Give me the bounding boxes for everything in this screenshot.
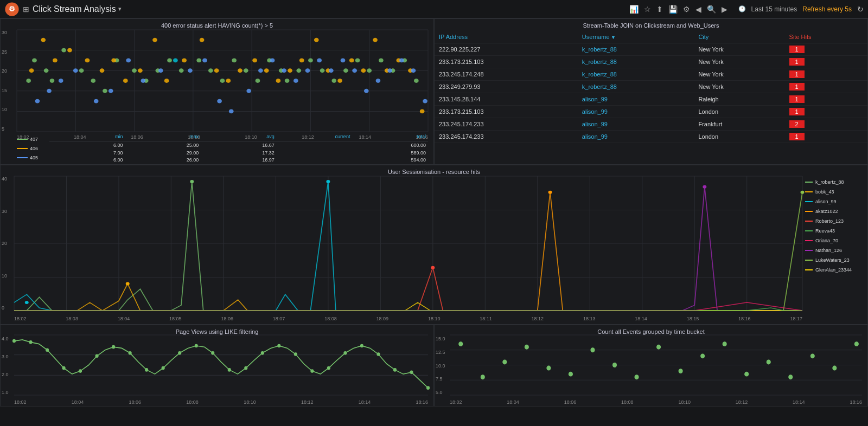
svg-point-158: [244, 366, 247, 370]
svg-point-20: [61, 48, 66, 53]
svg-point-192: [832, 366, 837, 371]
cell-hits: 2: [785, 118, 867, 131]
svg-point-165: [360, 344, 363, 348]
svg-point-181: [590, 347, 595, 352]
svg-point-104: [352, 68, 357, 73]
svg-point-98: [282, 68, 286, 73]
svg-point-41: [320, 68, 325, 73]
pageviews-chart: [14, 335, 428, 395]
cell-city: Raleigh: [694, 93, 784, 106]
save-icon[interactable]: 💾: [668, 5, 678, 14]
svg-point-185: [679, 369, 683, 373]
svg-point-63: [214, 68, 219, 73]
col-city[interactable]: City: [694, 31, 784, 43]
title-dropdown-icon[interactable]: ▾: [118, 5, 122, 12]
table-row: 233.173.215.103 alison_99 London 1: [435, 106, 867, 118]
cell-city: London: [694, 131, 784, 143]
grafana-logo: ⚙: [4, 2, 20, 17]
svg-point-73: [337, 79, 342, 83]
dashboard-title: Click Stream Analysis: [33, 4, 116, 14]
svg-point-159: [261, 351, 264, 355]
svg-point-184: [656, 345, 661, 350]
line-x-axis: 18:02 18:03 18:04 18:05 18:06 18:07 18:0…: [14, 316, 802, 321]
svg-point-160: [277, 344, 280, 348]
legend-nathan: Nathan_126: [805, 246, 865, 255]
refresh-interval-label[interactable]: Refresh every 5s: [802, 5, 852, 13]
col-username[interactable]: Username: [578, 31, 694, 43]
nav-forward-icon[interactable]: ▶: [722, 5, 727, 14]
svg-point-65: [238, 68, 242, 73]
svg-point-189: [767, 360, 771, 365]
svg-point-146: [46, 348, 49, 352]
col-ip[interactable]: IP Address: [435, 31, 578, 43]
settings-icon[interactable]: ⚙: [683, 5, 690, 14]
svg-point-46: [379, 58, 384, 62]
svg-point-155: [195, 344, 198, 348]
col-hits[interactable]: Site Hits: [785, 31, 867, 43]
svg-point-75: [361, 68, 366, 73]
legend-bobk: bobk_43: [805, 187, 865, 197]
svg-point-62: [200, 38, 205, 42]
table-row: 222.90.225.227 k_robertz_88 New York 1: [435, 43, 867, 56]
cell-hits: 1: [785, 43, 867, 56]
panel-scatter-title: 400 error status alert HAVING count(*) >…: [1, 19, 433, 30]
events-y-axis: 15.0 12.5 10.0 7.5 5.0: [436, 336, 445, 395]
svg-point-90: [173, 58, 178, 62]
pageviews-x-axis: 18:02 18:04 18:06 18:08 18:10 18:12 18:1…: [14, 399, 428, 405]
search-time-icon[interactable]: 🔍: [707, 5, 716, 14]
svg-point-60: [164, 79, 169, 83]
table-row: 233.245.174.233 alison_99 London 1: [435, 131, 867, 143]
cell-hits: 1: [785, 93, 867, 106]
svg-point-190: [788, 375, 793, 379]
svg-point-107: [387, 68, 392, 73]
chart-icon[interactable]: 📊: [629, 5, 639, 14]
cell-ip: 233.173.215.103: [435, 106, 578, 118]
svg-point-87: [126, 58, 131, 62]
legend-reeva: Reeva43: [805, 226, 865, 236]
pageviews-y-axis: 4.0 3.0 2.0 1.0: [2, 336, 9, 395]
svg-point-52: [53, 58, 58, 62]
svg-point-147: [62, 366, 66, 370]
legend-luke: LukeWaters_23: [805, 255, 865, 265]
panel-pageviews-title: Page Views using LIKE filtering: [1, 325, 433, 336]
svg-point-94: [229, 109, 234, 113]
reload-icon[interactable]: ↻: [857, 5, 864, 14]
stream-table: IP Address Username City Site Hits 222.9…: [435, 31, 867, 164]
svg-point-40: [308, 58, 313, 62]
panel-table-title: Stream-Table JOIN on Clickstream and Web…: [435, 19, 867, 30]
svg-point-148: [79, 369, 82, 373]
table-row: 233.145.28.144 alison_99 Raleigh 1: [435, 93, 867, 106]
svg-point-164: [343, 351, 347, 355]
svg-point-80: [420, 109, 425, 113]
svg-point-67: [264, 68, 269, 73]
svg-point-109: [411, 68, 416, 73]
svg-point-193: [854, 341, 859, 346]
legend-k-robertz: k_robertz_88: [805, 177, 865, 187]
legend-406: 406: [17, 146, 39, 151]
panel-pageviews: Page Views using LIKE filtering 4.0 3.0 …: [0, 325, 434, 406]
svg-point-88: [141, 79, 145, 83]
share-icon[interactable]: ⬆: [656, 5, 663, 14]
svg-point-18: [44, 68, 49, 73]
legend-oriana: Oriana_70: [805, 236, 865, 246]
time-range-label[interactable]: Last 15 minutes: [751, 5, 797, 13]
cell-username: k_robertz_88: [578, 68, 694, 81]
svg-point-45: [367, 68, 372, 73]
table-row: 233.245.174.233 alison_99 Frankfurt 2: [435, 118, 867, 131]
star-icon[interactable]: ☆: [644, 5, 651, 14]
svg-point-169: [426, 386, 430, 390]
cell-city: New York: [694, 43, 784, 56]
svg-point-176: [481, 375, 485, 379]
cell-city: London: [694, 106, 784, 118]
cell-ip: 233.245.174.233: [435, 131, 578, 143]
cell-city: Frankfurt: [694, 118, 784, 131]
svg-point-182: [612, 363, 617, 367]
svg-point-28: [167, 58, 172, 62]
svg-point-25: [132, 68, 137, 73]
nav-back-icon[interactable]: ◀: [695, 5, 701, 14]
cell-ip: 233.245.174.233: [435, 118, 578, 131]
panel-line-title: User Sessionisation - resource hits: [1, 165, 867, 176]
svg-point-50: [29, 68, 34, 73]
svg-point-154: [178, 351, 181, 355]
svg-point-175: [458, 341, 463, 346]
